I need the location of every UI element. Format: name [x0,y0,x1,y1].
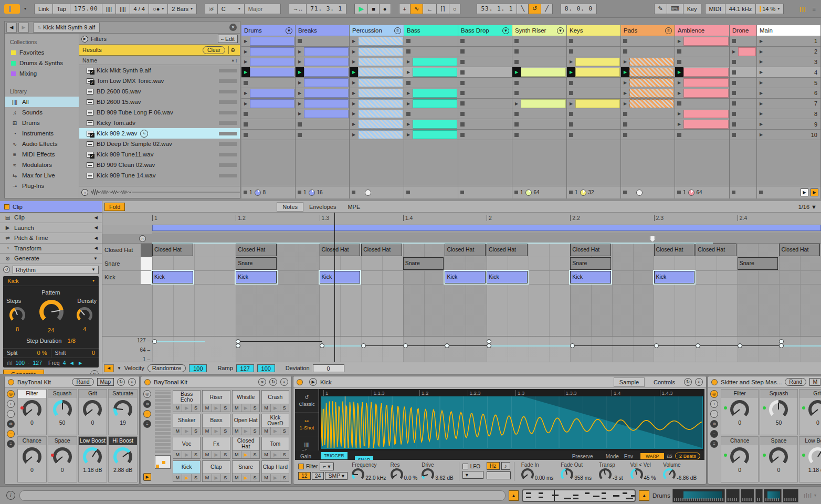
chain-list-icon[interactable]: ≡ [143,420,151,428]
computer-midi-keyboard-button[interactable]: ⌨ [667,4,683,14]
tab-mpe[interactable]: MPE [342,202,366,212]
midi-note[interactable]: Closed Hat [152,244,193,256]
clip-slot[interactable]: ▶ [350,78,404,88]
pad-solo-button[interactable]: S [221,451,229,458]
clip-slot[interactable]: ▶ [567,67,620,78]
undo-icon[interactable]: ↻ [269,378,277,386]
pad-mute-button[interactable]: M [173,474,182,481]
param-value[interactable]: 22.0 kHz [365,475,386,481]
macro-value[interactable]: 0 [91,419,94,426]
clip-color-swatch[interactable] [4,204,9,209]
clip-body[interactable] [629,78,674,87]
midi-note[interactable]: Closed Hat [236,244,277,256]
section-clip[interactable]: ▤Clip◀ [0,213,102,223]
pad-play-button[interactable]: ▶ [212,404,221,412]
clip-body[interactable] [683,89,729,98]
clip-launch-icon[interactable]: ▶ [241,67,250,77]
velocity-marker[interactable] [403,343,408,348]
clip-launch-icon[interactable]: ▶ [675,88,683,98]
pad-solo-button[interactable]: S [280,474,289,481]
clip-slot[interactable] [730,119,756,130]
track-stop-icon[interactable] [352,191,355,194]
track-chevron-icon[interactable]: ▼ [286,27,292,34]
rand-button[interactable]: Rand [72,378,93,386]
clip-stop-icon[interactable] [732,122,736,127]
clip-stop-icon[interactable] [460,91,465,95]
clip-launch-icon[interactable]: ▶ [675,119,683,129]
clip-launch-icon[interactable]: ▶ [404,130,413,140]
pad-mute-button[interactable]: M [203,474,212,481]
headphone-icon[interactable]: ∩ [81,189,88,196]
browser-forward-button[interactable]: ▶ [18,23,29,33]
clip-stop-icon[interactable] [460,60,465,64]
clip-slot[interactable] [241,130,295,140]
macro-low-boost[interactable]: Low Boost1.18 dB [799,436,821,482]
midi-map-button[interactable]: MIDI [705,4,725,14]
clip-body[interactable] [304,58,349,67]
pad-mute-button[interactable]: M [173,451,182,458]
clip-slot[interactable] [621,119,675,130]
clip-slot[interactable]: ▶ [404,88,458,99]
track-chevron-icon[interactable]: ▼ [557,27,564,34]
scene-slot[interactable]: ▶6 [757,88,820,99]
macro-saturate[interactable]: Saturate19 [108,389,138,435]
clip-body[interactable] [304,99,349,108]
midi-in-icon[interactable]: ▶ [143,473,151,481]
clip-stop-icon[interactable] [514,133,519,137]
drum-pad-open-hat[interactable]: Open HatM▶S [232,414,260,436]
param-fade out[interactable]: Fade Out358 ms [561,462,592,481]
param-frequency[interactable]: Frequency22.0 kHz [352,462,386,481]
clip-stop-icon[interactable] [406,49,410,54]
pad-mute-button[interactable]: M [173,427,182,435]
pad-solo-button[interactable]: S [192,404,200,412]
clip-slot[interactable]: ▶ [241,67,295,78]
clip-slot[interactable]: ▶ [512,99,566,109]
clip-slot[interactable]: ▶ [241,99,295,109]
deviation-field[interactable]: 0 [313,364,344,372]
clip-launch-icon[interactable]: ▶ [675,109,683,119]
clip-launch-icon[interactable]: ▶ [296,99,304,109]
browser-history-tab[interactable]: ≈Kick Mkit Synth 9.aif [33,23,100,33]
clip-launch-icon[interactable]: ▶ [350,36,358,46]
clip-launch-icon[interactable]: ▶ [404,119,413,129]
results-clear-button[interactable]: Clear [203,46,225,54]
midi-note[interactable]: Closed Hat [654,244,695,256]
clip-body[interactable] [629,99,674,108]
clip-body[interactable] [413,99,457,108]
clip-launch-icon[interactable]: ▶ [350,119,358,129]
file-row[interactable]: BD 909 Clean 02.wav [79,160,240,170]
clip-stop-icon[interactable] [677,101,681,106]
clip-slot[interactable] [567,130,620,140]
file-row[interactable]: BD 2600 05.wav [79,86,240,97]
info-icon[interactable]: i [6,491,15,500]
device-thumbnail[interactable] [741,489,754,502]
file-row[interactable]: Tom Low DMX Tonic.wav [79,76,240,86]
clip-stop-icon[interactable] [460,49,465,54]
loop-bar[interactable] [152,225,821,231]
clip-slot[interactable]: ▶ [567,99,620,109]
pad-solo-button[interactable]: S [250,404,259,412]
midi-note[interactable]: Closed Hat [320,244,361,256]
drum-pad-riser[interactable]: RiserM▶S [202,390,230,412]
clip-slot[interactable]: ▶ [241,47,295,57]
midi-note[interactable]: Kick [654,271,695,284]
filter-checkbox[interactable] [298,464,304,469]
clip-body[interactable] [575,68,620,77]
pad-solo-button[interactable]: S [280,404,289,412]
ramp-from-field[interactable]: 127 [236,364,254,372]
clip-slot[interactable] [730,67,756,78]
add-macro-icon[interactable]: + [710,400,718,408]
scene-launch-icon[interactable]: ▶ [757,36,765,46]
results-header[interactable]: Results Clear ⊕ [79,45,240,56]
clip-stop-icon[interactable] [732,81,736,85]
clip-slot[interactable]: ▶ [621,88,675,99]
clip-slot[interactable] [567,36,620,47]
clip-slot[interactable]: ▶ [296,109,349,120]
clip-launch-icon[interactable]: ▶ [404,88,413,98]
clip-stop-icon[interactable] [569,91,573,95]
shift-value[interactable]: 0 [92,350,95,356]
simpler-tab-controls[interactable]: Controls [648,377,681,387]
follow-button[interactable]: →‥ [289,4,307,14]
track-stop-icon[interactable] [406,191,410,194]
pad-play-button[interactable]: ▶ [241,451,250,458]
